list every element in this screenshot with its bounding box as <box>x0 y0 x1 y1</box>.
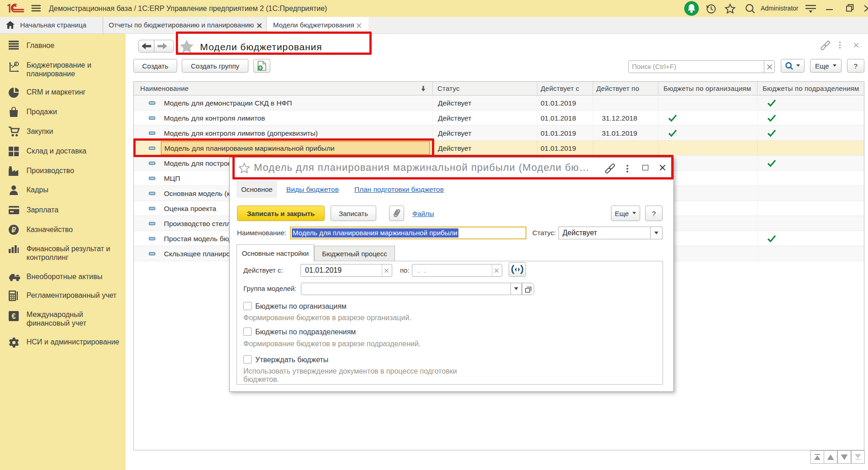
svg-text:₽: ₽ <box>11 226 16 234</box>
svg-text:€: € <box>12 312 16 320</box>
